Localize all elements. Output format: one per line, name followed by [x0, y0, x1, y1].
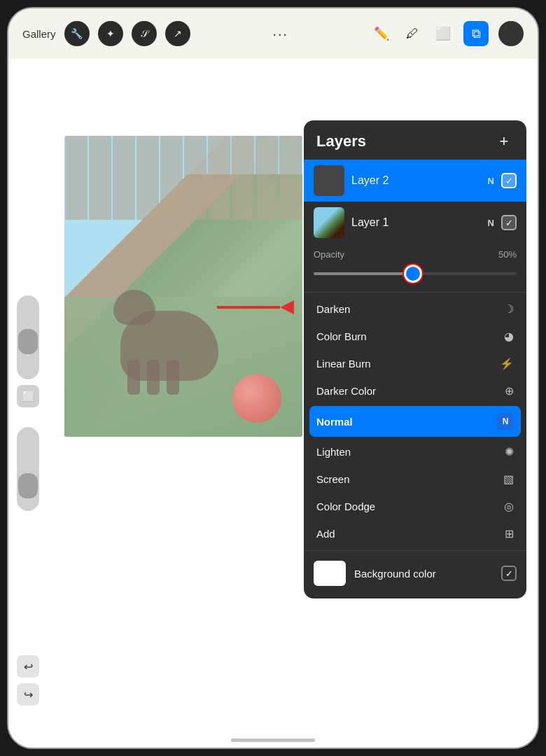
canvas-area: ⬜ ↩ ↪ — [8, 59, 538, 748]
blend-color-burn[interactable]: Color Burn ◕ — [304, 323, 526, 350]
background-color-label: Background color — [354, 568, 493, 580]
layer2-checkbox[interactable]: ✓ — [501, 173, 517, 188]
canvas-overlay — [64, 136, 302, 437]
wrench-button[interactable]: 🔧 — [64, 21, 90, 46]
blend-color-dodge-label: Color Dodge — [316, 500, 375, 512]
move-button[interactable]: ↗ — [165, 21, 190, 46]
layers-button[interactable]: ⧉ — [463, 21, 489, 46]
blend-screen-label: Screen — [316, 473, 350, 485]
blend-add-label: Add — [316, 528, 335, 540]
opacity-thumb-handle[interactable] — [404, 265, 422, 283]
top-bar: Gallery 🔧 ✦ 𝒮 ↗ ··· ✏️ 🖊 ⬜ ⧉ — [8, 8, 538, 59]
blend-screen-icon: ▧ — [503, 472, 514, 486]
divider-2 — [304, 550, 526, 551]
opacity-value: 50% — [498, 249, 517, 260]
blend-darker-color-label: Darker Color — [316, 385, 376, 397]
layer1-thumbnail — [314, 207, 344, 238]
blend-lighten-icon: ✺ — [505, 445, 514, 458]
brush-size-thumb — [18, 329, 38, 354]
blend-add-icon: ⊞ — [505, 527, 514, 540]
opacity-thumb — [18, 473, 38, 498]
square-button[interactable]: ⬜ — [17, 385, 39, 407]
eraser-tool-icon[interactable]: ⬜ — [433, 23, 454, 44]
opacity-slider[interactable] — [17, 427, 39, 511]
arrow-head — [280, 300, 294, 314]
blend-darker-color[interactable]: Darker Color ⊕ — [304, 377, 526, 405]
blend-add[interactable]: Add ⊞ — [304, 520, 526, 547]
color-picker-button[interactable] — [498, 21, 524, 46]
canvas-image — [64, 136, 302, 437]
layer1-mode: N — [488, 218, 494, 228]
blend-color-dodge[interactable]: Color Dodge ◎ — [304, 493, 526, 520]
blend-color-burn-label: Color Burn — [316, 330, 367, 342]
blend-color-dodge-icon: ◎ — [504, 500, 514, 513]
opacity-label: Opacity — [314, 249, 344, 260]
layer2-name: Layer 2 — [351, 174, 481, 187]
blend-color-burn-icon: ◕ — [504, 330, 514, 343]
add-layer-button[interactable]: + — [494, 132, 514, 151]
blend-linear-burn-label: Linear Burn — [316, 358, 371, 370]
background-color-row[interactable]: Background color ✓ — [304, 554, 526, 593]
opacity-label-row: Opacity 50% — [314, 249, 517, 260]
layers-panel-title: Layers — [316, 132, 366, 150]
opacity-slider-container[interactable] — [314, 264, 517, 284]
undo-button[interactable]: ↩ — [17, 655, 39, 678]
top-bar-left: Gallery 🔧 ✦ 𝒮 ↗ — [22, 21, 190, 46]
top-bar-center: ··· — [190, 26, 371, 42]
blend-screen[interactable]: Screen ▧ — [304, 465, 526, 493]
top-bar-right: ✏️ 🖊 ⬜ ⧉ — [371, 21, 524, 46]
background-color-swatch — [314, 561, 346, 586]
background-color-checkmark: ✓ — [505, 568, 513, 579]
layer-row-2[interactable]: Layer 2 N ✓ — [304, 160, 526, 202]
blend-darken[interactable]: Darken ☽ — [304, 295, 526, 323]
pen-tool-icon[interactable]: ✏️ — [371, 23, 392, 44]
blend-linear-burn-icon: ⚡ — [500, 357, 514, 370]
layer-row-1[interactable]: Layer 1 N ✓ — [304, 202, 526, 244]
blend-linear-burn[interactable]: Linear Burn ⚡ — [304, 350, 526, 377]
blend-normal-badge: N — [497, 413, 514, 430]
blend-normal-label: Normal — [316, 416, 353, 428]
layer2-thumbnail — [314, 165, 344, 196]
gallery-button[interactable]: Gallery — [22, 28, 56, 40]
ink-tool-icon[interactable]: 🖊 — [402, 23, 423, 44]
magic-button[interactable]: ✦ — [98, 21, 123, 46]
blend-lighten[interactable]: Lighten ✺ — [304, 438, 526, 465]
layer1-name: Layer 1 — [351, 216, 481, 229]
redo-button[interactable]: ↪ — [17, 683, 39, 706]
smudge-button[interactable]: 𝒮 — [132, 21, 157, 46]
layer2-mode: N — [488, 176, 494, 186]
blend-darken-icon: ☽ — [504, 302, 514, 316]
layer2-checkmark: ✓ — [505, 176, 513, 186]
brush-size-slider[interactable] — [17, 295, 39, 379]
divider-1 — [304, 292, 526, 293]
undo-redo-buttons: ↩ ↪ — [17, 655, 39, 706]
device-frame: Gallery 🔧 ✦ 𝒮 ↗ ··· ✏️ 🖊 ⬜ ⧉ ⬜ — [7, 7, 539, 749]
blend-normal[interactable]: Normal N — [309, 406, 521, 437]
blend-darken-label: Darken — [316, 303, 350, 315]
layer1-checkmark: ✓ — [505, 218, 513, 228]
blend-darker-color-icon: ⊕ — [505, 384, 514, 398]
blend-lighten-label: Lighten — [316, 446, 351, 458]
home-indicator — [231, 738, 315, 742]
layer1-checkbox[interactable]: ✓ — [501, 215, 517, 230]
arrow-annotation — [217, 300, 294, 314]
left-sidebar: ⬜ — [17, 295, 39, 511]
layers-panel-header: Layers + — [304, 120, 526, 160]
opacity-section: Opacity 50% — [304, 244, 526, 289]
arrow-line — [217, 306, 280, 309]
background-color-checkbox[interactable]: ✓ — [501, 566, 517, 581]
more-options-button[interactable]: ··· — [272, 26, 288, 42]
layers-panel: Layers + Layer 2 N ✓ Layer 1 N ✓ — [304, 120, 526, 598]
